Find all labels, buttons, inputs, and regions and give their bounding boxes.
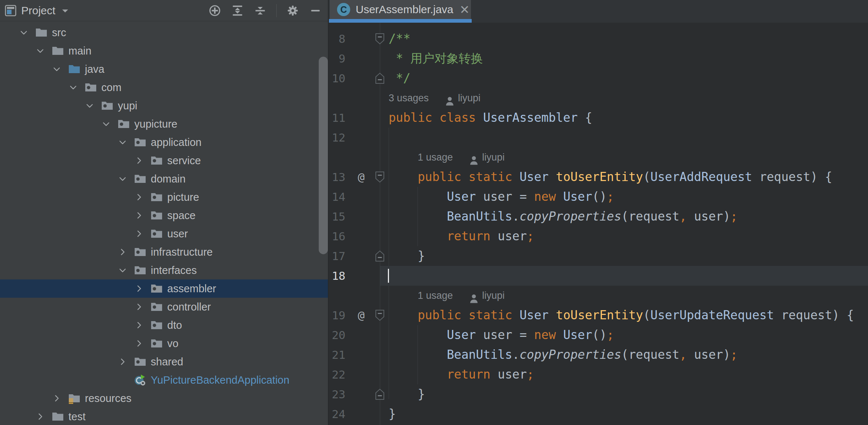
tree-item-resources[interactable]: resources: [0, 389, 329, 407]
tree-item-infrastructure[interactable]: infrastructure: [0, 243, 329, 261]
tree-chevron-icon[interactable]: [116, 173, 129, 185]
gutter-cell[interactable]: 17: [329, 246, 380, 266]
gutter-cell[interactable]: 13@: [329, 167, 380, 187]
hide-panel-icon[interactable]: [309, 4, 322, 17]
author-hint[interactable]: liyupi: [458, 88, 481, 108]
fold-marker-icon[interactable]: [375, 309, 385, 321]
code-text[interactable]: BeanUtils.copyProperties(request, user);: [380, 345, 868, 365]
code-text[interactable]: BeanUtils.copyProperties(request, user);: [380, 207, 868, 226]
tree-item-controller[interactable]: controller: [0, 298, 329, 316]
tree-chevron-icon[interactable]: [34, 410, 46, 423]
gutter-cell[interactable]: 11: [329, 108, 380, 128]
tree-chevron-icon[interactable]: [116, 136, 129, 148]
code-text[interactable]: public class UserAssembler {: [380, 108, 868, 128]
tree-chevron-icon[interactable]: [50, 392, 63, 405]
fold-marker-icon[interactable]: [375, 171, 385, 183]
author-hint[interactable]: liyupi: [482, 286, 505, 305]
code-text[interactable]: User user = new User();: [380, 325, 868, 345]
settings-gear-icon[interactable]: [286, 4, 299, 17]
gutter-cell[interactable]: 18: [329, 266, 380, 286]
tree-item-dto[interactable]: dto: [0, 316, 329, 334]
code-text[interactable]: }: [380, 384, 868, 404]
tree-chevron-icon[interactable]: [83, 99, 96, 112]
tree-item-domain[interactable]: domain: [0, 170, 329, 188]
gutter-cell[interactable]: [329, 88, 380, 108]
inlay-hint-content[interactable]: 1 usageliyupi: [380, 286, 868, 305]
tree-item-src[interactable]: src: [0, 23, 329, 42]
tree-item-user[interactable]: user: [0, 225, 329, 243]
usages-hint[interactable]: 1 usage: [418, 147, 453, 167]
fold-marker-icon[interactable]: [375, 72, 385, 84]
tree-item-application[interactable]: application: [0, 133, 329, 151]
tree-item-yupicture[interactable]: yupicture: [0, 115, 329, 133]
close-icon[interactable]: ✕: [460, 4, 470, 16]
tree-scrollbar-thumb[interactable]: [319, 57, 328, 254]
tree-item-interfaces[interactable]: interfaces: [0, 261, 329, 279]
code-text[interactable]: return user;: [380, 365, 868, 384]
tree-item-picture[interactable]: picture: [0, 188, 329, 206]
gutter-cell[interactable]: [329, 147, 380, 167]
code-text[interactable]: User user = new User();: [380, 187, 868, 207]
gutter-cell[interactable]: 16: [329, 226, 380, 246]
gutter-cell[interactable]: 8: [329, 29, 380, 49]
tree-item-vo[interactable]: vo: [0, 334, 329, 353]
fold-marker-icon[interactable]: [375, 250, 385, 262]
gutter-cell[interactable]: 15: [329, 207, 380, 226]
tree-item-java[interactable]: java: [0, 60, 329, 78]
tree-item-yupi[interactable]: yupi: [0, 97, 329, 115]
code-text[interactable]: /**: [380, 29, 868, 49]
tree-item-yupicturebackendapplication[interactable]: YuPictureBackendApplication: [0, 371, 329, 389]
gutter-cell[interactable]: 12: [329, 128, 380, 147]
tree-item-com[interactable]: com: [0, 78, 329, 97]
locate-file-icon[interactable]: [208, 4, 221, 17]
tree-chevron-icon[interactable]: [133, 282, 145, 295]
gutter-cell[interactable]: 9: [329, 49, 380, 68]
usages-hint[interactable]: 3 usages: [389, 88, 429, 108]
gutter-cell[interactable]: 24: [329, 404, 380, 424]
gutter-cell[interactable]: [329, 286, 380, 305]
tree-chevron-icon[interactable]: [34, 45, 46, 57]
tree-chevron-icon[interactable]: [18, 26, 30, 39]
tree-chevron-icon[interactable]: [133, 154, 145, 167]
tree-chevron-icon[interactable]: [133, 319, 145, 331]
tree-item-test[interactable]: test: [0, 407, 329, 425]
fold-marker-icon[interactable]: [375, 388, 385, 400]
code-text[interactable]: */: [380, 68, 868, 88]
fold-marker-icon[interactable]: [375, 33, 385, 45]
editor-tab-userassembler[interactable]: C UserAssembler.java ✕: [330, 0, 471, 19]
tree-chevron-icon[interactable]: [133, 301, 145, 313]
tree-item-shared[interactable]: shared: [0, 353, 329, 371]
tree-item-space[interactable]: space: [0, 206, 329, 225]
tree-chevron-icon[interactable]: [116, 246, 129, 258]
code-text[interactable]: public static User toUserEntity(UserAddR…: [380, 167, 868, 187]
chevron-down-icon[interactable]: [61, 8, 69, 13]
gutter-cell[interactable]: 22: [329, 365, 380, 384]
gutter-cell[interactable]: 21: [329, 345, 380, 365]
tree-chevron-icon[interactable]: [133, 337, 145, 350]
tree-chevron-icon[interactable]: [116, 356, 129, 368]
tree-chevron-icon[interactable]: [133, 209, 145, 222]
usages-hint[interactable]: 1 usage: [418, 286, 453, 305]
gutter-cell[interactable]: 23: [329, 384, 380, 404]
gutter-cell[interactable]: 14: [329, 187, 380, 207]
tree-chevron-icon[interactable]: [133, 227, 145, 240]
code-text[interactable]: public static User toUserEntity(UserUpda…: [380, 305, 868, 325]
expand-all-icon[interactable]: [231, 4, 244, 17]
tree-chevron-icon[interactable]: [100, 118, 112, 130]
code-text[interactable]: }: [380, 246, 868, 266]
code-text[interactable]: * 用户对象转换: [380, 49, 868, 68]
code-text[interactable]: [380, 266, 868, 286]
panel-title[interactable]: Project: [21, 4, 55, 17]
code-text[interactable]: return user;: [380, 226, 868, 246]
code-text[interactable]: }: [380, 404, 868, 424]
gutter-cell[interactable]: 20: [329, 325, 380, 345]
tree-chevron-icon[interactable]: [116, 264, 129, 277]
code-text[interactable]: [380, 128, 868, 147]
tree-chevron-icon[interactable]: [50, 63, 63, 75]
tree-item-main[interactable]: main: [0, 42, 329, 60]
gutter-cell[interactable]: 10: [329, 68, 380, 88]
inlay-hint-content[interactable]: 1 usageliyupi: [380, 147, 868, 167]
panel-editor-divider[interactable]: [328, 0, 329, 425]
author-hint[interactable]: liyupi: [482, 147, 505, 167]
tree-item-service[interactable]: service: [0, 151, 329, 170]
